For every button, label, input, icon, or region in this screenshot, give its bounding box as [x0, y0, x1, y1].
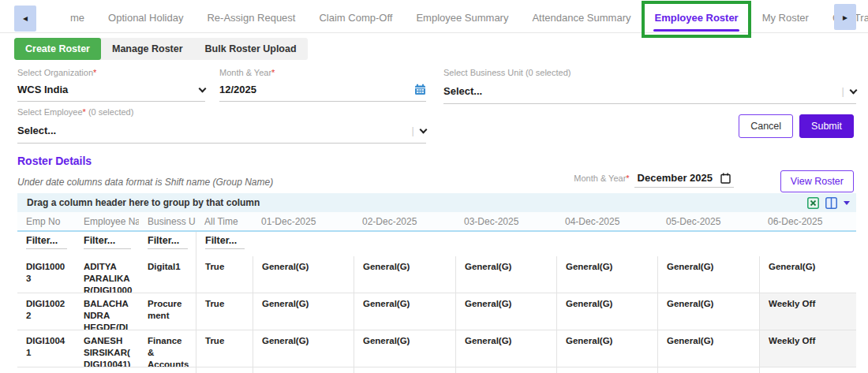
cell-employee-name: GANESH SIRSIKAR(DIGI10041)	[75, 330, 139, 367]
table-header-row: Emp NoEmployee NameBusiness UnitAll Time…	[17, 212, 856, 232]
cell-empty	[556, 367, 657, 373]
tabs-scroll-right-button[interactable]: ▸	[834, 4, 856, 30]
select-employee-label: Select Employee* (0 selected)	[17, 107, 426, 117]
cancel-button[interactable]: Cancel	[739, 114, 793, 138]
filter-cell-05-dec-2025	[657, 232, 759, 256]
cell-empty	[17, 367, 75, 373]
column-header-business-unit[interactable]: Business Unit	[139, 216, 196, 227]
employee-roster-screen: ◂ meOptional HolidayRe-Assign RequestCla…	[0, 0, 868, 373]
cell-shift: General(G)	[657, 293, 759, 330]
cell-shift: Weekly Off	[759, 293, 856, 330]
select-business-unit-label: Select Business Unit (0 selected)	[443, 68, 856, 77]
tab-me[interactable]: me	[58, 7, 96, 30]
cell-shift: General(G)	[354, 330, 455, 367]
tab-my-roster[interactable]: My Roster	[750, 7, 821, 30]
column-header-emp-no[interactable]: Emp No	[17, 216, 75, 227]
cell-shift: General(G)	[556, 293, 657, 330]
module-tab-bar: ◂ meOptional HolidayRe-Assign RequestCla…	[0, 4, 868, 33]
cell-shift: General(G)	[455, 330, 556, 367]
cell-shift: General(G)	[455, 293, 556, 330]
roster-month-year-field[interactable]: Month & Year* December 2025	[574, 172, 734, 188]
cell-empty	[354, 367, 455, 373]
column-header-02-dec-2025[interactable]: 02-Dec-2025	[354, 216, 455, 227]
cell-empty	[455, 367, 556, 373]
grid-menu-caret-icon[interactable]	[844, 201, 850, 205]
cell-shift: General(G)	[354, 293, 455, 330]
subtab-bulk-roster-upload[interactable]: Bulk Roster Upload	[194, 38, 308, 60]
chevron-down-icon[interactable]	[420, 126, 428, 134]
tabs-scroll-left-button[interactable]: ◂	[14, 6, 36, 32]
date-picker-icon[interactable]	[720, 173, 731, 184]
column-header-employee-name[interactable]: Employee Name	[75, 216, 139, 227]
cell-all-time: True	[196, 330, 253, 367]
filter-input-employee-name[interactable]: Filter...	[84, 235, 131, 249]
tab-optional-holiday[interactable]: Optional Holiday	[96, 7, 195, 30]
select-organization-value: WCS India	[17, 84, 68, 95]
view-roster-button[interactable]: View Roster	[780, 170, 854, 192]
cell-employee-name: ADITYA PARALIKAR(DIGI10003)	[75, 256, 139, 293]
cell-employee-name: BALACHANDRA HEGDE(DIGI10022)	[75, 293, 139, 330]
tab-employee-summary[interactable]: Employee Summary	[404, 7, 520, 30]
cell-all-time: True	[196, 293, 253, 330]
table-row-partial	[17, 367, 856, 373]
cell-emp-no: DIGI10022	[17, 293, 75, 330]
chevron-down-icon[interactable]	[199, 85, 207, 93]
filter-cell-business-unit: Filter...	[139, 232, 196, 256]
active-tab-underline	[653, 29, 739, 32]
roster-subtab-bar: Create RosterManage RosterBulk Roster Up…	[14, 38, 308, 60]
column-header-03-dec-2025[interactable]: 03-Dec-2025	[455, 216, 556, 227]
tab-claim-comp-off[interactable]: Claim Comp-Off	[307, 7, 404, 30]
column-header-all-time[interactable]: All Time	[196, 216, 253, 227]
column-header-04-dec-2025[interactable]: 04-Dec-2025	[556, 216, 657, 227]
cell-shift: General(G)	[657, 256, 759, 293]
subtab-manage-roster[interactable]: Manage Roster	[101, 38, 194, 60]
roster-grid: Drag a column header here to group by th…	[17, 193, 856, 373]
annotation-highlight-box	[642, 1, 750, 38]
cell-shift: Weekly Off	[759, 330, 856, 367]
cell-empty	[253, 367, 354, 373]
excel-export-icon[interactable]	[807, 197, 819, 209]
column-chooser-icon[interactable]	[825, 197, 837, 209]
cell-shift: General(G)	[556, 330, 657, 367]
cell-shift: General(G)	[253, 256, 354, 293]
tab-re-assign-request[interactable]: Re-Assign Request	[195, 7, 307, 30]
filter-input-business-unit[interactable]: Filter...	[148, 235, 188, 249]
column-header-05-dec-2025[interactable]: 05-Dec-2025	[657, 216, 759, 227]
submit-button[interactable]: Submit	[799, 114, 854, 138]
filter-input-emp-no[interactable]: Filter...	[26, 235, 67, 249]
cell-shift: General(G)	[759, 256, 856, 293]
month-year-field[interactable]: Month & Year* 12/2025	[219, 68, 426, 102]
cell-all-time: True	[196, 256, 253, 293]
select-business-unit-field[interactable]: Select Business Unit (0 selected) Select…	[443, 68, 856, 104]
roster-month-year-value: December 2025	[638, 172, 713, 184]
select-business-unit-value: Select...	[443, 85, 482, 97]
roster-month-year-label: Month & Year*	[574, 173, 629, 183]
tab-employee-roster[interactable]: Employee Roster	[642, 7, 750, 30]
select-employee-field[interactable]: Select Employee* (0 selected) Select... …	[17, 107, 426, 144]
subtab-create-roster[interactable]: Create Roster	[14, 38, 101, 60]
filter-cell-02-dec-2025	[354, 232, 455, 256]
month-year-label: Month & Year*	[219, 68, 426, 77]
cell-shift: General(G)	[556, 256, 657, 293]
cell-empty	[759, 367, 856, 373]
table-row: DIGI10041GANESH SIRSIKAR(DIGI10041)Finan…	[17, 330, 856, 367]
select-organization-field[interactable]: Select Organization* WCS India	[17, 68, 205, 102]
cell-shift: General(G)	[455, 256, 556, 293]
cell-business-unit: Digital1	[139, 256, 196, 293]
filter-cell-04-dec-2025	[556, 232, 657, 256]
chevron-down-icon[interactable]	[850, 87, 858, 95]
table-filter-row: Filter...Filter...Filter...Filter...	[17, 232, 856, 256]
roster-format-note: Under date columns data format is Shift …	[17, 177, 273, 188]
cell-business-unit: Finance & Accounts	[139, 330, 196, 367]
calendar-icon[interactable]	[414, 84, 426, 95]
column-header-06-dec-2025[interactable]: 06-Dec-2025	[759, 216, 856, 227]
column-header-01-dec-2025[interactable]: 01-Dec-2025	[253, 216, 354, 227]
table-row: DIGI10022BALACHANDRA HEGDE(DIGI10022)Pro…	[17, 293, 856, 330]
cell-shift: General(G)	[253, 293, 354, 330]
tab-attendance-summary[interactable]: Attendance Summary	[520, 7, 642, 30]
cell-shift: General(G)	[253, 330, 354, 367]
divider: |	[412, 125, 414, 136]
grid-group-panel[interactable]: Drag a column header here to group by th…	[17, 193, 856, 212]
filter-input-all-time[interactable]: Filter...	[205, 235, 245, 249]
cell-business-unit: Procurement	[139, 293, 196, 330]
